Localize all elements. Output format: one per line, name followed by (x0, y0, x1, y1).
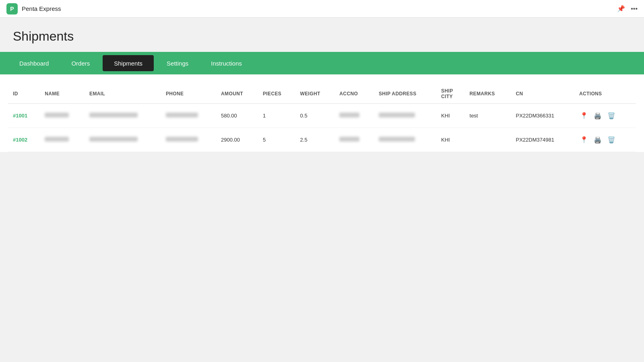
col-weight: WEIGHT (295, 84, 335, 104)
row1-cn: PX22DM366331 (511, 104, 574, 128)
col-amount: AMOUNT (216, 84, 258, 104)
row1-name (40, 104, 85, 128)
row2-weight: 2.5 (295, 128, 335, 152)
nav-item-orders[interactable]: Orders (60, 52, 101, 74)
page-title-section: Shipments (0, 18, 644, 52)
col-pieces: PIECES (258, 84, 295, 104)
row1-amount: 580.00 (216, 104, 258, 128)
pin-icon[interactable]: 📌 (617, 5, 625, 12)
row2-print-btn[interactable]: 🖨️ (593, 135, 603, 144)
row2-pieces: 5 (258, 128, 295, 152)
row1-location-btn[interactable]: 📍 (579, 111, 589, 120)
page-title: Shipments (13, 29, 631, 44)
shipments-table: ID NAME EMAIL PHONE AMOUNT PIECES WEIGHT… (8, 84, 636, 152)
row2-amount: 2900.00 (216, 128, 258, 152)
row2-email (85, 128, 161, 152)
col-actions: ACTIONS (574, 84, 636, 104)
row1-ship-address (374, 104, 436, 128)
row1-email (85, 104, 161, 128)
table-container: ID NAME EMAIL PHONE AMOUNT PIECES WEIGHT… (0, 74, 644, 152)
table-row: #1002 2900.00 5 2.5 KHI PX22DM374981 (8, 128, 636, 152)
row1-accno (334, 104, 374, 128)
row1-ship-city: KHI (436, 104, 464, 128)
row1-actions: 📍 🖨️ 🗑️ (574, 104, 636, 128)
row2-actions: 📍 🖨️ 🗑️ (574, 128, 636, 152)
col-phone: PHONE (161, 84, 216, 104)
more-options-icon[interactable]: ••• (631, 5, 638, 12)
row2-accno (334, 128, 374, 152)
row1-id: #1001 (8, 104, 40, 128)
col-name: NAME (40, 84, 85, 104)
col-cn: CN (511, 84, 574, 104)
navbar: Dashboard Orders Shipments Settings Inst… (0, 52, 644, 74)
col-email: EMAIL (85, 84, 161, 104)
nav-item-dashboard[interactable]: Dashboard (8, 52, 60, 74)
app-icon: P (6, 3, 18, 14)
row2-phone (161, 128, 216, 152)
nav-item-settings[interactable]: Settings (155, 52, 200, 74)
topbar-left: P Penta Express (6, 3, 61, 14)
col-ship-city: SHIPCITY (436, 84, 464, 104)
col-accno: ACCNO (334, 84, 374, 104)
row1-remarks: test (465, 104, 511, 128)
topbar-right: 📌 ••• (617, 5, 638, 12)
row2-remarks (465, 128, 511, 152)
col-remarks: REMARKS (465, 84, 511, 104)
row2-name (40, 128, 85, 152)
row2-ship-city: KHI (436, 128, 464, 152)
topbar: P Penta Express 📌 ••• (0, 0, 644, 18)
row1-pieces: 1 (258, 104, 295, 128)
col-id: ID (8, 84, 40, 104)
row1-delete-btn[interactable]: 🗑️ (607, 111, 616, 120)
table-header-row: ID NAME EMAIL PHONE AMOUNT PIECES WEIGHT… (8, 84, 636, 104)
row1-weight: 0.5 (295, 104, 335, 128)
row2-ship-address (374, 128, 436, 152)
nav-item-instructions[interactable]: Instructions (200, 52, 253, 74)
row2-id: #1002 (8, 128, 40, 152)
col-ship-address: SHIP ADDRESS (374, 84, 436, 104)
app-title: Penta Express (22, 5, 61, 12)
row2-delete-btn[interactable]: 🗑️ (607, 135, 616, 144)
content-area: ID NAME EMAIL PHONE AMOUNT PIECES WEIGHT… (0, 74, 644, 152)
row2-cn: PX22DM374981 (511, 128, 574, 152)
row2-location-btn[interactable]: 📍 (579, 135, 589, 144)
row1-print-btn[interactable]: 🖨️ (593, 111, 603, 120)
row1-phone (161, 104, 216, 128)
table-row: #1001 580.00 1 0.5 KHI test PX22DM366331 (8, 104, 636, 128)
nav-item-shipments[interactable]: Shipments (103, 55, 154, 71)
